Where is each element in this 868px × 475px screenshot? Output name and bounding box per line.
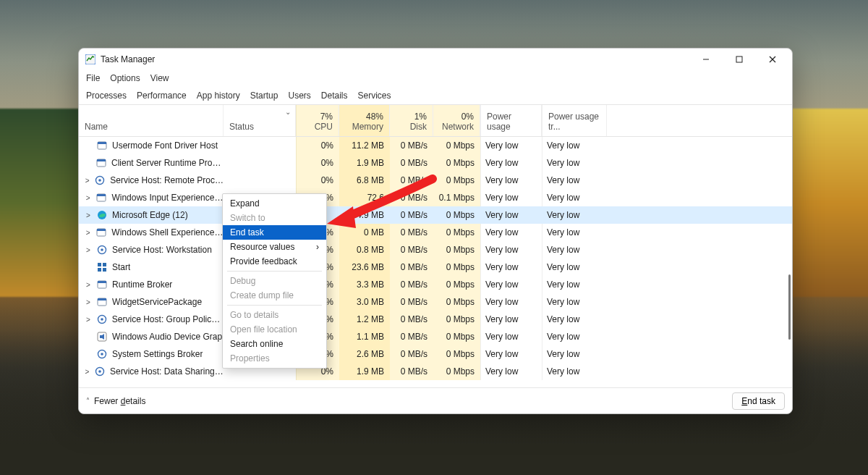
tab-details[interactable]: Details [321,89,348,102]
maximize-button[interactable] [723,49,756,70]
expand-chevron-icon[interactable]: > [82,298,95,306]
cell-disk: 0 MB/s [390,311,433,328]
expand-chevron-icon[interactable]: > [82,194,94,202]
cell-disk: 0 MB/s [390,345,433,363]
end-task-button[interactable]: End task [732,392,785,410]
cell-pu: Very low [480,363,542,380]
cell-disk: 0 MB/s [390,224,433,241]
process-name: Client Server Runtime Process [111,158,224,168]
process-row[interactable]: Windows Audio Device Grap0%1.1 MB0 MB/s0… [79,328,792,345]
process-icon [96,279,108,290]
ctx-end-task[interactable]: End task [223,225,326,240]
cell-pu: Very low [480,241,542,258]
fewer-details-link[interactable]: Fewer details [94,396,145,406]
chevron-up-icon[interactable]: ˄ [86,397,90,405]
chevron-down-icon[interactable]: ⌄ [285,108,291,116]
svg-rect-25 [98,298,106,300]
cell-net: 0 Mbps [433,345,480,363]
process-row[interactable]: System Settings Broker0%2.6 MB0 MB/s0 Mb… [79,345,792,363]
process-icon [95,192,107,203]
expand-chevron-icon[interactable]: > [82,177,93,185]
svg-rect-15 [97,229,106,231]
tab-services[interactable]: Services [358,89,391,102]
expand-chevron-icon[interactable]: > [82,211,95,219]
tabbar: Processes Performance App history Startu… [79,86,792,105]
cell-mem: 1.9 MB [339,154,390,172]
process-row[interactable]: >Service Host: Workstation0%0.8 MB0 MB/s… [79,241,792,258]
process-row[interactable]: >Runtime Broker0%3.3 MB0 MB/s0 MbpsVery … [79,276,792,293]
process-row[interactable]: Usermode Font Driver Host0%11.2 MB0 MB/s… [79,137,792,154]
ctx-search-online[interactable]: Search online [223,337,326,351]
cell-pu: Very low [480,328,542,345]
process-list[interactable]: Usermode Font Driver Host0%11.2 MB0 MB/s… [79,137,792,387]
cell-mem: 23.6 MB [339,258,390,276]
process-row[interactable]: >Service Host: Remote Procedure...0%6.8 … [79,172,792,189]
process-name: Windows Input Experience (3) [111,193,224,203]
cell-disk: 0 MB/s [390,328,433,345]
cell-mem: 1.2 MB [339,311,390,328]
ctx-resource-values[interactable]: Resource values [223,240,326,254]
svg-rect-19 [103,263,106,266]
expand-chevron-icon[interactable]: > [82,281,95,289]
titlebar[interactable]: Task Manager [79,49,792,70]
tab-users[interactable]: Users [288,89,310,102]
ctx-create-dump: Create dump file [223,288,326,303]
menu-view[interactable]: View [150,73,169,83]
cell-mem: 0.8 MB [339,241,390,258]
expand-chevron-icon[interactable]: > [82,246,95,254]
process-row[interactable]: >Windows Shell Experience Ho0%0 MB0 MB/s… [79,224,792,241]
cell-net: 0 Mbps [433,328,480,345]
expand-chevron-icon[interactable]: > [82,229,94,237]
process-icon [96,244,108,256]
cell-pu: Very low [480,189,542,206]
col-memory: 48%Memory [339,105,390,136]
task-manager-window: Task Manager File Options View Processes… [78,48,793,414]
cell-net: 0 Mbps [433,363,480,380]
close-button[interactable] [756,49,789,70]
process-name: Runtime Broker [112,279,172,290]
svg-point-27 [101,318,103,321]
cell-mem: 2.6 MB [339,345,390,363]
col-name: Name [79,105,224,136]
tab-performance[interactable]: Performance [137,89,187,102]
expand-chevron-icon[interactable]: > [82,316,95,324]
cell-net: 0 Mbps [433,293,480,311]
process-name: Start [112,262,130,272]
column-header-row[interactable]: Name ⌄Status 7%CPU 48%Memory 1%Disk 0%Ne… [79,105,792,137]
tab-processes[interactable]: Processes [86,89,127,102]
cell-put: Very low [542,258,607,276]
menu-file[interactable]: File [86,73,100,83]
menu-options[interactable]: Options [110,73,140,83]
process-icon [94,175,106,186]
cell-put: Very low [542,189,607,206]
process-row[interactable]: >Service Host: Data Sharing Service0%1.9… [79,363,792,380]
process-row[interactable]: >WidgetServicePackage0%3.0 MB0 MB/s0 Mbp… [79,293,792,311]
expand-chevron-icon[interactable]: > [82,368,93,376]
svg-rect-20 [98,268,101,272]
ctx-provide-feedback[interactable]: Provide feedback [223,254,326,269]
tab-app-history[interactable]: App history [197,89,240,102]
cell-mem: 324.9 MB [339,206,390,224]
tab-startup[interactable]: Startup [250,89,278,102]
process-row[interactable]: Start0%23.6 MB0 MB/s0 MbpsVery lowVery l… [79,258,792,276]
cell-pu: Very low [480,154,542,172]
context-menu: Expand Switch to End task Resource value… [222,193,327,369]
col-network: 0%Network [433,105,480,136]
svg-rect-6 [98,142,106,144]
scrollbar-thumb[interactable] [788,274,791,340]
process-icon [96,331,108,342]
cell-net: 0 Mbps [433,137,480,154]
svg-rect-12 [97,194,106,196]
process-row[interactable]: >Service Host: Group Policy C0%1.2 MB0 M… [79,311,792,328]
process-row[interactable]: >Windows Input Experience (3)˄0%72.60 MB… [79,189,792,206]
process-row[interactable]: Client Server Runtime Process0%1.9 MB0 M… [79,154,792,172]
svg-rect-8 [97,159,106,161]
process-name: Service Host: Remote Procedure... [110,175,224,185]
menubar: File Options View [79,70,792,86]
process-name: Usermode Font Driver Host [112,140,218,151]
minimize-button[interactable] [689,49,723,70]
process-row[interactable]: >Microsoft Edge (12)324.9 MB0 MB/s0 Mbps… [79,206,792,224]
ctx-expand[interactable]: Expand [223,196,326,211]
cell-put: Very low [542,345,607,363]
cell-put: Very low [542,328,607,345]
